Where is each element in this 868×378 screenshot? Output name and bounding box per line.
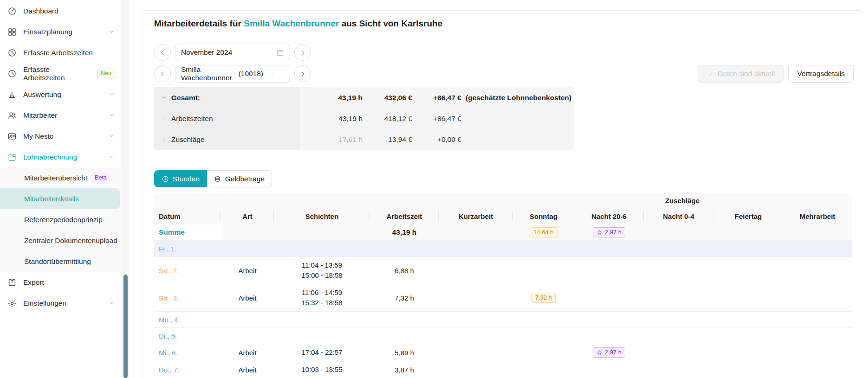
star-icon — [596, 230, 602, 236]
month-picker-value: November 2024 — [181, 48, 232, 57]
date-label[interactable]: Do., 7. — [159, 366, 179, 374]
sidebar-item-dashboard[interactable]: Dashboard — [0, 0, 122, 21]
summary-row-toggle[interactable]: Gesamt: — [154, 87, 300, 108]
sidebar-item-erfasste-arbeitszeiten[interactable]: Erfasste Arbeitszeiten — [0, 42, 122, 63]
summary-hours: 17,61 h — [300, 135, 363, 144]
table-row[interactable]: Di., 5. — [154, 328, 852, 344]
month-picker-row: November 2024 — [154, 44, 311, 61]
tab-stunden[interactable]: Stunden — [154, 170, 207, 187]
shift-time: 10:03 - 13:55 — [274, 365, 370, 375]
employee-picker[interactable]: Smilla Wachenbrunner (10018) — [175, 65, 290, 83]
cell-value: 7,32 h — [395, 294, 414, 302]
sidebar-item-lohnabrechnung[interactable]: Lohnabrechnung — [0, 147, 122, 167]
tab-geldbetraege[interactable]: Geldbeträge — [207, 170, 272, 187]
sidebar-item-label: Einsatzplanung — [23, 28, 72, 36]
sidebar-item-erfasste-arbeitszeiten[interactable]: Erfasste ArbeitszeitenNeu — [0, 63, 122, 84]
coins-icon — [214, 175, 221, 183]
zuschlaege-group-header: Zuschläge — [513, 197, 852, 205]
next-employee-button[interactable] — [294, 65, 311, 82]
summary-row-gesamt: Gesamt:43,19 h432,06 €+86,47 €(geschätzt… — [154, 87, 574, 108]
chevron-right-icon — [161, 115, 167, 122]
totals-panel: Gesamt:43,19 h432,06 €+86,47 €(geschätzt… — [154, 87, 574, 150]
month-picker[interactable]: November 2024 — [175, 44, 290, 61]
chevron-right-icon — [161, 136, 167, 142]
sidebar-item-label: Auswertung — [23, 90, 61, 99]
sidebar-item-mitarbeiterdetails[interactable]: Mitarbeiterdetails — [0, 188, 120, 209]
cell-art: Arbeit — [221, 267, 274, 275]
planning-icon — [7, 27, 17, 37]
table-row[interactable]: Mi., 6.Arbeit17:04 - 22:575,89 h2,97 h — [154, 344, 852, 361]
cell-datum: Sa., 2. — [154, 267, 221, 275]
cell-value: 3,87 h — [395, 366, 414, 374]
prev-employee-button[interactable] — [154, 65, 171, 82]
cell-shifts — [274, 229, 370, 236]
chevron-left-icon — [159, 49, 166, 56]
cell-arbeitszeit: 6,88 h — [370, 267, 439, 275]
sidebar: DashboardEinsatzplanungErfasste Arbeitsz… — [0, 0, 122, 378]
next-month-button[interactable] — [294, 44, 311, 61]
nacht-20-6-badge: 2,97 h — [593, 347, 625, 358]
column-header-sonntag: Sonntag — [513, 212, 574, 220]
sidebar-item-einstellungen[interactable]: Einstellungen — [0, 293, 122, 314]
chevron-down-icon — [109, 300, 115, 307]
sidebar-item-zentraler-dokumentenupload[interactable]: Zentraler Dokumentenupload — [0, 230, 122, 251]
cell-nacht-20-6: 2,97 h — [574, 347, 644, 358]
summary-row-toggle[interactable]: Arbeitszeiten — [154, 108, 300, 129]
date-label[interactable]: Fr., 1. — [159, 245, 176, 253]
sidebar-item-einsatzplanung[interactable]: Einsatzplanung — [0, 21, 122, 42]
sidebar-item-my-nesto[interactable]: My Nesto — [0, 126, 122, 147]
column-header-kurzarbeit: Kurzarbeit — [439, 212, 513, 220]
contract-details-label: Vertragsdetails — [797, 70, 845, 78]
column-header-datum: Datum — [154, 212, 221, 220]
cell-shifts: 17:04 - 22:57 — [274, 344, 370, 361]
date-label[interactable]: Mo., 4. — [159, 316, 180, 324]
sidebar-item-mitarbeiter-bersicht[interactable]: MitarbeiterübersichtBeta — [0, 167, 122, 188]
table-row[interactable]: Do., 7.Arbeit10:03 - 13:553,87 h — [154, 361, 852, 378]
summary-hours: 43,19 h — [300, 115, 363, 123]
summary-row: Summe43,19 h14,64 h2,97 h — [154, 224, 852, 241]
cell-arbeitszeit: 43,19 h — [370, 228, 439, 237]
shift-time: 17:04 - 22:57 — [274, 347, 370, 358]
column-header-nacht-20-6: Nacht 20-6 — [574, 212, 644, 220]
export-icon — [7, 278, 17, 287]
chevron-down-icon — [109, 29, 115, 35]
table-row[interactable]: Mo., 4. — [154, 312, 852, 328]
summary-row-label: Arbeitszeiten — [171, 115, 213, 123]
cell-sonntag: 7,32 h — [513, 293, 574, 303]
sidebar-subitem-label: Mitarbeiterübersicht — [24, 174, 87, 182]
date-label[interactable]: Sa., 2. — [159, 267, 179, 275]
date-label[interactable]: Mi., 6. — [159, 349, 178, 357]
cell-value: 43,19 h — [392, 228, 417, 236]
summary-row-zuschl-ge: Zuschläge17,61 h13,94 €+0,00 € — [154, 129, 574, 150]
sidebar-scrollbar-thumb[interactable] — [123, 275, 128, 378]
table-row[interactable]: Sa., 2.Arbeit11:04 - 13:5915:00 - 18:586… — [154, 257, 852, 284]
table-row[interactable]: Fr., 1. — [154, 241, 852, 257]
column-header-schichten: Schichten — [274, 212, 370, 220]
employee-name-link[interactable]: Smilla Wachenbrunner — [244, 19, 339, 28]
chevron-right-icon — [299, 49, 306, 56]
sidebar-item-mitarbeiter[interactable]: Mitarbeiter — [0, 105, 122, 126]
summary-row-label: Zuschläge — [171, 135, 205, 144]
summary-extra: +86,47 € — [412, 115, 461, 123]
cell-shifts — [274, 333, 370, 339]
cell-arbeitszeit: 3,87 h — [370, 366, 439, 374]
summary-row-toggle[interactable]: Zuschläge — [154, 129, 300, 150]
sidebar-item-auswertung[interactable]: Auswertung — [0, 84, 122, 105]
date-label[interactable]: So., 3. — [159, 294, 179, 302]
contract-details-button[interactable]: Vertragsdetails — [788, 65, 854, 83]
cell-nacht-20-6: 2,97 h — [574, 227, 644, 237]
table-group-header-row: Zuschläge — [154, 193, 852, 208]
cell-datum: Fr., 1. — [154, 245, 221, 253]
idcard-icon — [7, 132, 17, 141]
prev-month-button[interactable] — [154, 44, 171, 61]
data-current-button[interactable]: Daten sind aktuell — [698, 65, 784, 83]
sidebar-scrollbar-track[interactable] — [122, 0, 129, 378]
table-row[interactable]: So., 3.Arbeit11:06 - 14:5915:32 - 18:587… — [154, 284, 852, 312]
sidebar-nav: DashboardEinsatzplanungErfasste Arbeitsz… — [0, 0, 122, 314]
sidebar-item-standort-bermittlung[interactable]: Standortübermittlung — [0, 251, 122, 272]
sidebar-item-referenzperiodenprinzip[interactable]: Referenzperiodenprinzip — [0, 209, 122, 230]
sidebar-item-export[interactable]: Export — [0, 272, 122, 293]
beta-badge: Beta — [91, 173, 110, 183]
chevron-down-icon — [161, 95, 167, 101]
date-label[interactable]: Di., 5. — [159, 332, 177, 340]
